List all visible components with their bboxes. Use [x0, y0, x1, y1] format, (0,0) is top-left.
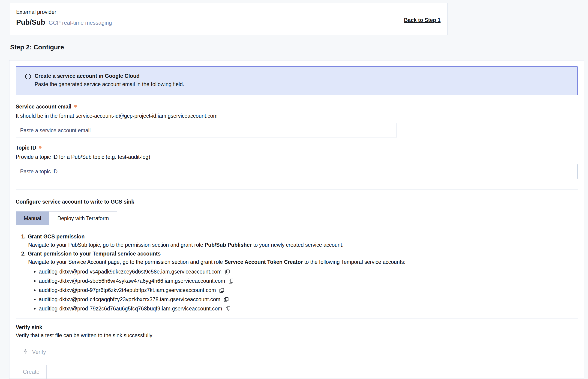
- service-account-list-item: auditlog-dktxv@prod-79z2c6d76au6g5fcq768…: [39, 305, 578, 313]
- configure-card: Create a service account in Google Cloud…: [9, 60, 584, 379]
- service-account-email-helper: It should be in the format service-accou…: [16, 112, 578, 119]
- required-indicator-dot: [39, 146, 42, 149]
- service-account-email-field-group: Service account email It should be in th…: [16, 103, 578, 138]
- copy-button[interactable]: [219, 287, 225, 294]
- service-account-email-input[interactable]: [16, 123, 396, 138]
- lightning-bolt-icon: [23, 348, 29, 356]
- banner-description: Paste the generated service account emai…: [35, 81, 184, 87]
- section-divider: [16, 189, 578, 190]
- verify-sink-title: Verify sink: [16, 324, 578, 331]
- service-account-list-item: auditlog-dktxv@prod-vs4padk9dkczcey6d6st…: [39, 268, 578, 276]
- service-account-list-item: auditlog-dktxv@prod-97gr6tp6zkv2t4epubff…: [39, 287, 578, 294]
- step-title: Grant permission to your Temporal servic…: [28, 251, 161, 257]
- step-body: Navigate to your Service Account page, g…: [28, 258, 578, 266]
- service-account-list-item: auditlog-dktxv@prod-sbe56h6wr4sykaw47a6y…: [39, 277, 578, 285]
- step-title: Grant GCS permission: [28, 234, 85, 240]
- configure-tabs: Manual Deploy with Terraform: [16, 211, 578, 225]
- provider-tagline: GCP real-time messaging: [49, 20, 112, 26]
- copy-icon: [224, 272, 230, 276]
- create-button-label: Create: [23, 369, 39, 375]
- back-to-step-1-link[interactable]: Back to Step 1: [404, 17, 441, 23]
- service-account-email: auditlog-dktxv@prod-c4cqaqgbfzy23vpzkbxz…: [39, 296, 220, 302]
- service-account-email: auditlog-dktxv@prod-vs4padk9dkczcey6d6st…: [39, 269, 221, 275]
- topic-id-input[interactable]: [16, 164, 578, 179]
- info-icon: [25, 73, 31, 80]
- verify-button-label: Verify: [32, 349, 46, 355]
- copy-icon: [225, 309, 231, 313]
- create-button[interactable]: Create: [16, 365, 46, 379]
- copy-icon: [228, 281, 234, 285]
- tab[interactable]: Manual: [16, 211, 49, 225]
- copy-icon: [219, 291, 225, 294]
- section-divider: [16, 318, 578, 319]
- copy-icon: [223, 300, 229, 303]
- service-account-email-label: Service account email: [16, 104, 72, 110]
- verify-sink-description: Verify that a test file can be written t…: [16, 332, 578, 339]
- service-account-email: auditlog-dktxv@prod-sbe56h6wr4sykaw47a6y…: [39, 278, 225, 284]
- required-indicator-dot: [74, 105, 77, 108]
- provider-name: Pub/Sub: [16, 18, 45, 27]
- service-account-list-item: auditlog-dktxv@prod-c4cqaqgbfzy23vpzkbxz…: [39, 296, 578, 303]
- provider-card: External provider Pub/Sub GCP real-time …: [10, 3, 448, 35]
- temporal-service-account-list: auditlog-dktxv@prod-vs4padk9dkczcey6d6st…: [39, 268, 578, 313]
- instruction-step: 2.Grant permission to your Temporal serv…: [21, 250, 578, 266]
- step-number: 1.: [21, 234, 26, 240]
- page-title: Step 2: Configure: [10, 44, 588, 51]
- verify-button[interactable]: Verify: [16, 345, 53, 359]
- service-account-email: auditlog-dktxv@prod-79z2c6d76au6g5fcq768…: [39, 306, 222, 312]
- copy-button[interactable]: [228, 278, 234, 285]
- topic-id-field-group: Topic ID Provide a topic ID for a Pub/Su…: [16, 144, 578, 179]
- step-body: Navigate to your PubSub topic, go to the…: [28, 241, 578, 248]
- copy-button[interactable]: [224, 269, 230, 276]
- step-number: 2.: [21, 251, 26, 257]
- service-account-email: auditlog-dktxv@prod-97gr6tp6zkv2t4epubff…: [39, 287, 216, 293]
- instruction-steps: 1.Grant GCS permission Navigate to your …: [21, 233, 578, 266]
- provider-eyebrow: External provider: [16, 9, 441, 15]
- copy-button[interactable]: [223, 297, 229, 303]
- configure-section-title: Configure service account to write to GC…: [16, 199, 578, 205]
- info-banner: Create a service account in Google Cloud…: [16, 66, 578, 95]
- topic-id-label: Topic ID: [16, 145, 36, 151]
- copy-button[interactable]: [225, 306, 231, 313]
- instruction-step: 1.Grant GCS permission Navigate to your …: [21, 233, 578, 248]
- banner-title: Create a service account in Google Cloud: [35, 73, 184, 79]
- tab[interactable]: Deploy with Terraform: [49, 211, 117, 225]
- topic-id-helper: Provide a topic ID for a Pub/Sub topic (…: [16, 154, 578, 160]
